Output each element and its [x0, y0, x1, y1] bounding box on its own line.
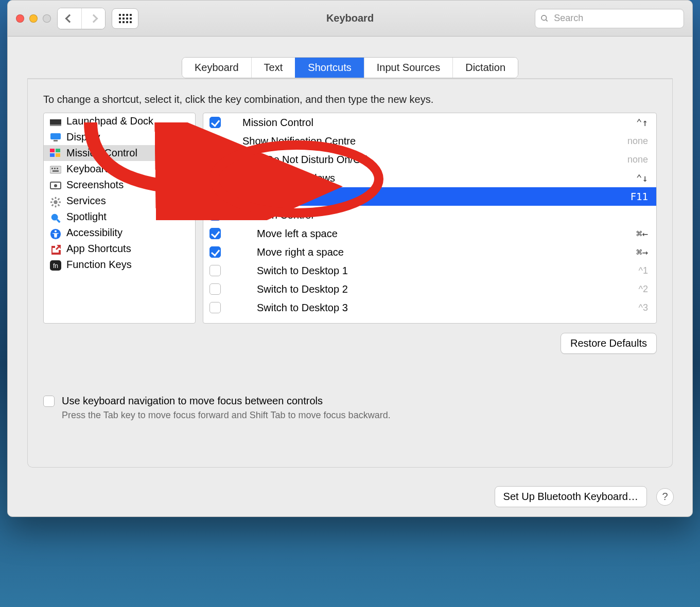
shortcut-row-move-right-a-space[interactable]: Move right a space⌘→ — [203, 243, 656, 261]
shortcut-label: Mission Control — [228, 209, 648, 221]
tab-keyboard[interactable]: Keyboard — [182, 58, 251, 78]
shortcut-row-mission-control[interactable]: ▼Mission Control — [203, 206, 656, 224]
category-mission-control[interactable]: Mission Control — [44, 145, 195, 161]
shortcut-checkbox[interactable] — [209, 172, 221, 184]
category-icon — [50, 117, 61, 126]
bluetooth-keyboard-button[interactable]: Set Up Bluetooth Keyboard… — [495, 486, 647, 507]
tab-shortcuts[interactable]: Shortcuts — [295, 58, 363, 78]
shortcut-key[interactable]: ^2 — [639, 284, 648, 295]
shortcut-key[interactable]: ⌃↑ — [636, 117, 648, 128]
shortcut-key[interactable]: none — [627, 136, 648, 147]
shortcut-key[interactable]: ⌘← — [636, 228, 648, 239]
category-spotlight[interactable]: Spotlight — [44, 209, 195, 225]
shortcut-row-switch-to-desktop-2[interactable]: Switch to Desktop 2^2 — [203, 280, 656, 298]
category-label: Spotlight — [66, 211, 107, 223]
tab-text[interactable]: Text — [251, 58, 295, 78]
category-icon — [50, 244, 61, 254]
chevron-right-icon — [89, 14, 98, 23]
shortcut-key[interactable]: ⌘→ — [636, 246, 648, 258]
category-function-keys[interactable]: fnFunction Keys — [44, 257, 195, 273]
category-icon — [50, 197, 61, 206]
kbnav-checkbox[interactable] — [43, 396, 55, 407]
search-input[interactable] — [553, 12, 678, 24]
category-services[interactable]: Services — [44, 193, 195, 209]
help-button[interactable]: ? — [656, 488, 674, 506]
shortcut-key[interactable]: ^3 — [639, 302, 648, 313]
svg-point-0 — [541, 15, 547, 20]
category-icon — [50, 149, 61, 158]
shortcut-checkbox[interactable] — [209, 117, 221, 128]
category-app-shortcuts[interactable]: App Shortcuts — [44, 241, 195, 257]
shortcut-row-application-windows[interactable]: Application windows⌃↓ — [203, 169, 656, 187]
shortcut-label: Turn Do Not Disturb On/Off — [228, 154, 627, 166]
shortcut-label: Switch to Desktop 1 — [228, 265, 639, 277]
svg-rect-9 — [56, 153, 60, 157]
shortcut-row-mission-control[interactable]: Mission Control⌃↑ — [203, 113, 656, 132]
zoom-icon[interactable] — [43, 14, 51, 23]
shortcut-row-show-notification-centre[interactable]: Show Notification Centrenone — [203, 132, 656, 150]
kbnav-hint: Press the Tab key to move focus forward … — [62, 410, 657, 421]
forward-button[interactable] — [81, 8, 105, 29]
category-icon — [50, 165, 61, 174]
back-button[interactable] — [58, 8, 81, 29]
svg-line-23 — [58, 204, 60, 206]
svg-line-25 — [58, 198, 60, 200]
svg-rect-14 — [52, 170, 59, 172]
prefs-window: Keyboard KeyboardTextShortcutsInput Sour… — [7, 0, 693, 517]
svg-rect-5 — [54, 140, 58, 141]
shortcut-checkbox[interactable] — [209, 265, 221, 276]
minimize-icon[interactable] — [29, 14, 38, 23]
shortcut-checkbox[interactable] — [209, 135, 221, 147]
shortcut-row-show-desktop[interactable]: Show DesktopF11 — [203, 187, 656, 206]
kbnav-row: Use keyboard navigation to move focus be… — [43, 395, 657, 407]
shortcut-label: Switch to Desktop 3 — [228, 302, 639, 314]
category-icon — [50, 133, 61, 142]
shortcut-row-switch-to-desktop-3[interactable]: Switch to Desktop 3^3 — [203, 298, 656, 317]
category-icon — [50, 212, 61, 222]
svg-point-17 — [54, 200, 57, 204]
shortcut-list[interactable]: Mission Control⌃↑Show Notification Centr… — [203, 113, 657, 324]
instruction-text: To change a shortcut, select it, click t… — [43, 94, 657, 105]
shortcut-row-turn-do-not-disturb-on-off[interactable]: Turn Do Not Disturb On/Offnone — [203, 150, 656, 169]
footer: Set Up Bluetooth Keyboard… ? — [8, 479, 692, 516]
category-icon — [50, 181, 61, 190]
category-label: Display — [66, 131, 100, 143]
shortcut-checkbox[interactable] — [209, 191, 221, 202]
category-display[interactable]: Display — [44, 129, 195, 145]
shortcut-label: Show Desktop — [228, 191, 631, 203]
svg-rect-8 — [50, 153, 55, 157]
tab-dictation[interactable]: Dictation — [452, 58, 518, 78]
svg-rect-7 — [56, 149, 60, 152]
shortcut-checkbox[interactable] — [209, 246, 221, 258]
category-accessibility[interactable]: Accessibility — [44, 225, 195, 241]
category-icon — [50, 228, 61, 238]
disclosure-triangle-icon[interactable]: ▼ — [230, 211, 237, 219]
search-field[interactable] — [535, 9, 684, 28]
shortcut-key[interactable]: ⌃↓ — [636, 172, 648, 184]
svg-rect-10 — [50, 166, 61, 173]
shortcut-checkbox[interactable] — [209, 209, 221, 221]
shortcut-checkbox[interactable] — [209, 154, 221, 165]
category-label: Mission Control — [66, 147, 137, 159]
search-icon — [540, 14, 549, 23]
category-screenshots[interactable]: Screenshots — [44, 177, 195, 193]
close-icon[interactable] — [16, 14, 24, 23]
category-keyboard[interactable]: Keyboard — [44, 161, 195, 177]
shortcut-key[interactable]: none — [627, 154, 648, 165]
shortcut-row-switch-to-desktop-1[interactable]: Switch to Desktop 1^1 — [203, 261, 656, 280]
shortcut-key[interactable]: F11 — [631, 191, 648, 202]
shortcut-checkbox[interactable] — [209, 283, 221, 295]
category-launchpad-dock[interactable]: Launchpad & Dock — [44, 113, 195, 129]
shortcut-checkbox[interactable] — [209, 302, 221, 313]
tab-input-sources[interactable]: Input Sources — [364, 58, 452, 78]
shortcut-row-move-left-a-space[interactable]: Move left a space⌘← — [203, 224, 656, 243]
shortcut-label: Move right a space — [228, 246, 636, 258]
shortcut-checkbox[interactable] — [209, 228, 221, 239]
category-list[interactable]: Launchpad & DockDisplayMission ControlKe… — [43, 113, 196, 324]
restore-defaults-button[interactable]: Restore Defaults — [561, 333, 657, 354]
show-all-button[interactable] — [112, 8, 138, 29]
category-label: Screenshots — [66, 179, 124, 191]
shortcut-key[interactable]: ^1 — [639, 265, 648, 276]
svg-point-16 — [54, 184, 57, 187]
svg-line-27 — [57, 219, 60, 222]
